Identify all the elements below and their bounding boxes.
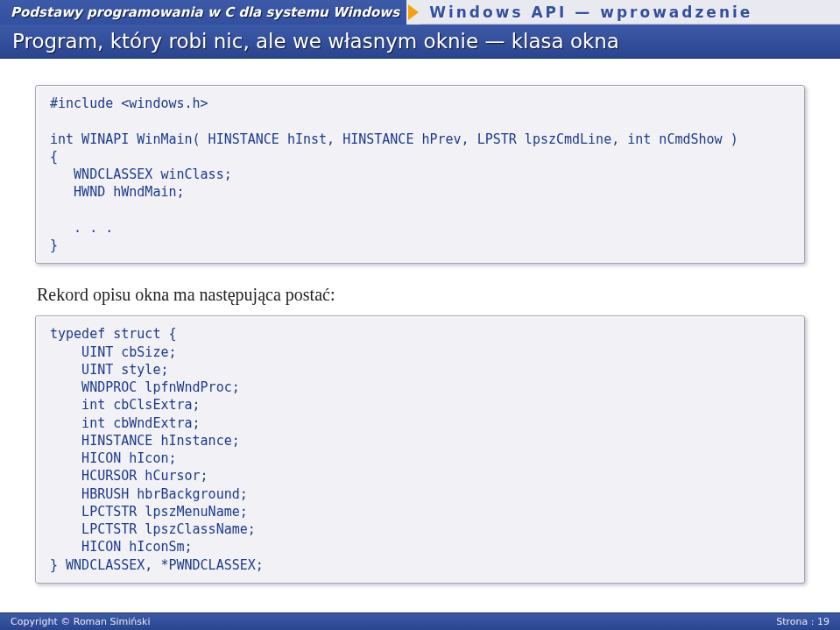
breadcrumb-course: Podstawy programowania w C dla systemu W… (11, 4, 399, 20)
slide-title-text: Program, który robi nic, ale we własnym … (12, 30, 619, 53)
footer-bar: Copyright © Roman Simiński Strona : 19 (0, 612, 840, 630)
section-heading: Rekord opisu okna ma następująca postać: (37, 285, 805, 305)
slide-content: #include <windows.h> int WINAPI WinMain(… (0, 59, 840, 613)
footer-copyright: Copyright © Roman Simiński (11, 616, 150, 627)
footer-page-number: Strona : 19 (776, 616, 829, 627)
breadcrumb-left-cell: Podstawy programowania w C dla systemu W… (0, 0, 406, 25)
breadcrumb-right-cell: Windows API — wprowadzenie (420, 0, 840, 25)
breadcrumb-separator-icon (408, 4, 419, 20)
slide-title: Program, który robi nic, ale we własnym … (0, 25, 840, 59)
header-bar: Podstawy programowania w C dla systemu W… (0, 0, 840, 25)
code-block-winmain: #include <windows.h> int WINAPI WinMain(… (35, 85, 805, 264)
code-block-wndclassex: typedef struct { UINT cbSize; UINT style… (35, 315, 805, 584)
breadcrumb-topic: Windows API — wprowadzenie (429, 4, 752, 21)
